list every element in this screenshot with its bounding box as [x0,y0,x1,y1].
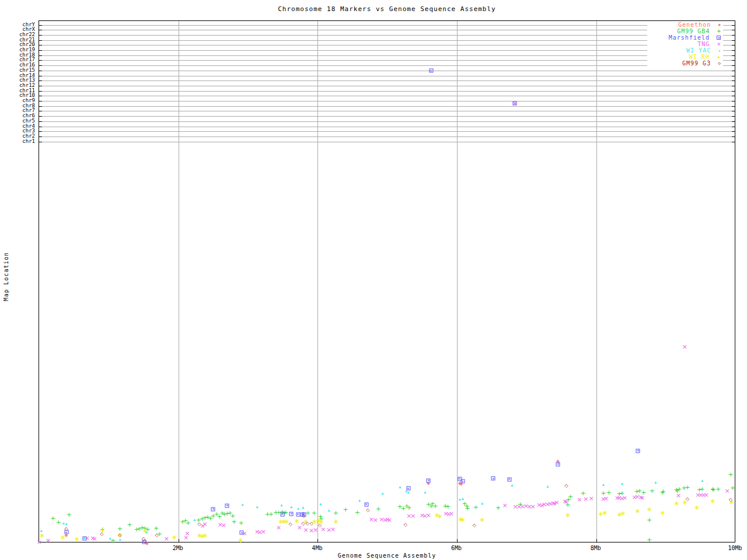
wi_yac-point: ▴ [358,498,361,503]
chromosome-band-line [39,71,735,71]
left-tick [39,55,42,56]
chromosome-band-line [39,55,735,56]
left-tick [39,116,42,117]
tng-point: × [36,539,41,545]
gm99_g3-point: ◇ [366,508,369,513]
tng-point: × [330,526,336,532]
chromosome-band-line [39,121,735,122]
tng-point: × [603,495,609,502]
left-tick [39,142,42,142]
gm99_gb4-point: + [728,471,734,477]
left-tick [39,40,42,41]
gm99_gb4-point: + [343,506,348,512]
x-tick-label: 4Mb [312,545,322,551]
gm99_g3-point: ◇ [197,522,201,527]
left-tick [39,45,42,46]
tng-point: × [261,528,266,535]
right-tick [732,121,735,122]
tng-point: × [164,535,169,541]
chromosome-band-line [39,91,735,92]
gm99_gb4-point: + [56,519,61,526]
left-tick [39,80,42,81]
tng-point: × [554,499,559,506]
tng-point: × [577,496,582,502]
tng-point: × [185,530,190,536]
wi_yac-point: ▴ [407,490,410,495]
gm99_g3-point: ◇ [305,522,309,526]
mb-gridline [596,21,597,542]
left-tick [39,50,42,51]
left-tick [39,127,42,127]
right-tick [732,136,735,137]
legend-marker-genethon-icon: ◈ [718,22,721,27]
right-tick [732,45,735,46]
right-tick [732,131,735,132]
gm99_g3-point: ◇ [301,522,305,526]
bottom-tick [457,539,458,542]
x-tick-label: 6Mb [451,545,462,551]
legend: Genethon◈GM99 GB4+MarshfieldTNG×WI YAC▴W… [647,22,723,66]
legend-marker-wi_rh-icon: ∗ [717,53,721,61]
gm99_gb4-point: + [312,510,317,516]
legend-label-wi_yac: WI YAC [686,47,711,54]
gm99_gb4-point: + [432,502,438,509]
chromosome-band-line [39,50,735,51]
wi_yac-point: ▴ [241,502,243,507]
chromosome-band-line [39,45,735,46]
chromosome-band-line [39,60,735,61]
legend-row-gm99_g3: GM99 G3◇ [647,60,723,66]
x-axis-title: Genome Sequence Assembly [39,552,735,559]
right-tick [732,40,735,41]
bottom-tick [179,539,179,542]
legend-marker-gm99_gb4-icon: + [717,27,721,35]
legend-row-gm99_gb4: GM99 GB4+ [647,28,723,34]
left-tick [39,60,42,61]
wi_yac-point: ▴ [290,505,292,509]
gm99_gb4-point: + [647,516,652,523]
left-tick [39,35,42,36]
tng-point: × [502,502,508,508]
right-tick [732,60,735,61]
marshfield-point [296,512,300,516]
wi_rh-point: ∗ [238,537,243,544]
right-tick [732,50,735,51]
wi_rh-point: ∗ [172,534,177,541]
chromosome-band-line [39,35,735,36]
chromosome-band-line [39,40,735,41]
mb-gridline [457,21,458,542]
tng-point: × [303,526,309,533]
legend-label-tng: TNG [697,41,710,47]
chromosome-band-line [39,106,735,107]
wi_rh-point: ∗ [437,513,442,520]
wi_rh-point: ∗ [659,509,665,516]
tng-point: × [583,495,588,502]
left-tick [39,76,42,76]
wi_rh-point: ∗ [202,532,208,539]
chromosome-band-line [39,116,735,117]
gm99_g3-point: ◇ [302,514,305,519]
right-tick [732,111,735,111]
left-tick [39,136,42,137]
x-tick-label: 2Mb [173,545,183,551]
wi_yac-point: ▴ [256,505,259,509]
legend-row-wi_rh: WI RH∗ [647,54,723,60]
gm99_gb4-point: + [355,509,360,516]
chromosome-band-line [39,101,735,102]
marshfield-point [225,503,229,508]
wi_yac-point: ▴ [511,483,513,488]
right-tick [732,101,735,102]
legend-label-marshfield: Marshfield [669,34,710,41]
right-tick [732,91,735,92]
gm99_g3-point: ◇ [473,523,476,528]
tng-point: × [682,343,687,349]
gm99_g3-point: ◇ [318,523,322,528]
legend-label-gm99_gb4: GM99 GB4 [677,28,710,34]
gm99_gb4-point: + [715,485,721,492]
left-tick [39,65,42,66]
marshfield-point [280,512,284,516]
wi_yac-point: ▴ [302,505,304,510]
wi_yac-point: ▴ [327,508,330,513]
wi_rh-point: ∗ [602,509,608,516]
legend-label-genethon: Genethon [678,22,711,28]
right-tick [732,65,735,66]
